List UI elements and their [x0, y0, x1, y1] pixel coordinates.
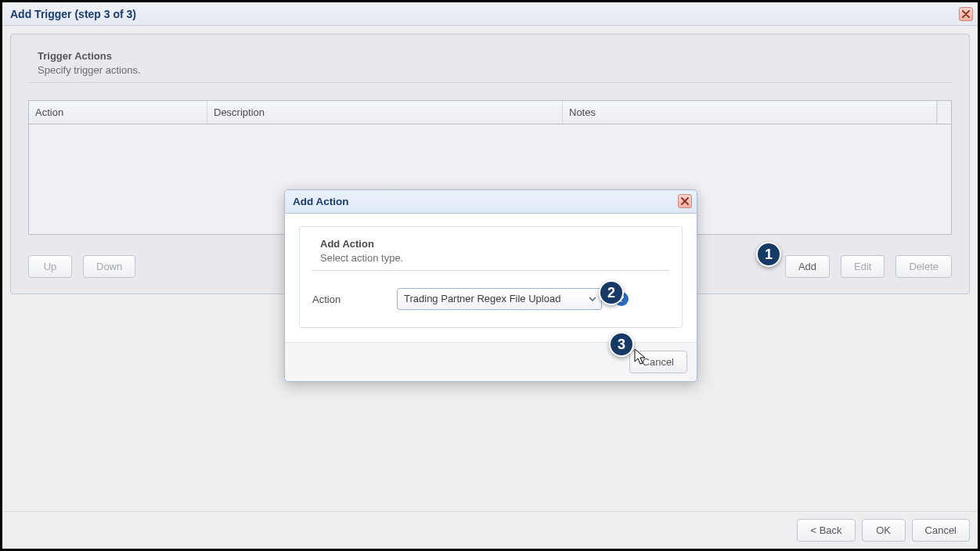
column-description[interactable]: Description — [207, 101, 563, 124]
divider — [312, 270, 669, 271]
action-field-label: Action — [312, 294, 387, 305]
panel-subtitle: Specify trigger actions. — [38, 64, 952, 76]
cancel-button[interactable]: Cancel — [912, 519, 970, 542]
callout-badge-1: 1 — [756, 242, 781, 267]
table-header: Action Description Notes — [29, 101, 951, 124]
action-type-select[interactable]: Trading Partner Regex File Upload — [397, 288, 602, 310]
column-notes[interactable]: Notes — [563, 101, 937, 124]
callout-badge-2: 2 — [599, 280, 624, 305]
back-button[interactable]: < Back — [797, 519, 855, 542]
column-action[interactable]: Action — [29, 101, 207, 124]
add-action-section-subtitle: Select action type. — [320, 252, 669, 264]
add-action-section-title: Add Action — [320, 238, 669, 250]
close-icon — [962, 10, 970, 18]
add-action-title: Add Action — [293, 196, 349, 207]
panel-title: Trigger Actions — [38, 50, 952, 62]
add-button[interactable]: Add — [785, 255, 830, 278]
add-action-titlebar: Add Action — [285, 190, 697, 214]
ok-button[interactable]: OK — [862, 519, 906, 542]
callout-badge-3: 3 — [609, 332, 634, 357]
add-action-close-button[interactable] — [678, 194, 692, 208]
chevron-down-icon — [589, 295, 596, 303]
divider — [28, 82, 952, 83]
close-icon — [681, 197, 689, 205]
mouse-cursor-icon — [633, 348, 647, 366]
window-titlebar: Add Trigger (step 3 of 3) — [2, 2, 978, 26]
down-button[interactable]: Down — [83, 255, 135, 278]
action-type-select-value: Trading Partner Regex File Upload — [404, 293, 560, 304]
scroll-gutter — [937, 101, 951, 124]
up-button[interactable]: Up — [28, 255, 72, 278]
window-close-button[interactable] — [959, 7, 973, 21]
window-title: Add Trigger (step 3 of 3) — [10, 8, 136, 20]
wizard-footer: < Back OK Cancel — [2, 511, 978, 549]
delete-button[interactable]: Delete — [895, 255, 952, 278]
add-action-card: Add Action Select action type. Action Tr… — [299, 226, 683, 328]
edit-button[interactable]: Edit — [841, 255, 885, 278]
